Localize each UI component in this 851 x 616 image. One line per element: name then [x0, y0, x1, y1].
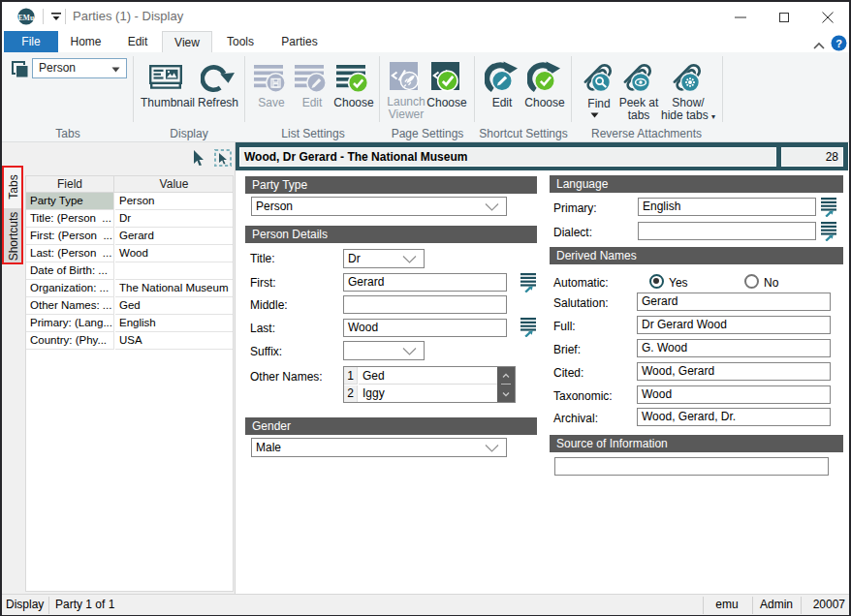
svg-text:?: ?: [835, 38, 842, 49]
svg-text:EMu: EMu: [18, 14, 34, 22]
